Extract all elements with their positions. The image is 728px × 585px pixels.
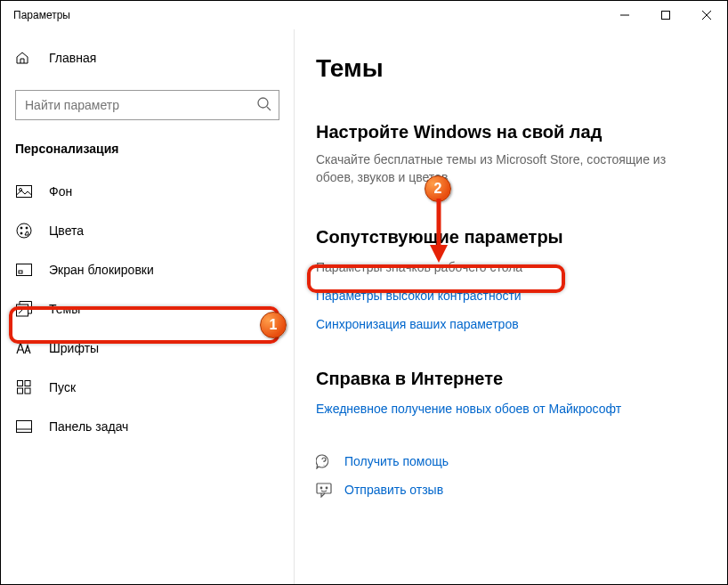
sidebar-item-label: Пуск: [49, 380, 76, 394]
svg-rect-19: [17, 421, 32, 433]
svg-rect-16: [25, 381, 30, 386]
home-icon: [15, 51, 33, 65]
svg-point-10: [26, 227, 28, 229]
palette-icon: [15, 223, 33, 239]
close-button[interactable]: [686, 1, 727, 29]
window-title: Параметры: [13, 9, 70, 21]
feedback-icon: [316, 482, 334, 498]
customize-subtext: Скачайте бесплатные темы из Microsoft St…: [316, 151, 690, 186]
svg-line-5: [267, 107, 271, 110]
themes-icon: [15, 301, 33, 317]
footer-links: Получить помощь Отправить отзыв: [316, 453, 704, 498]
link-sync-settings[interactable]: Синхронизация ваших параметров: [316, 317, 704, 331]
svg-point-22: [320, 487, 322, 489]
related-heading: Сопутствующие параметры: [316, 227, 704, 248]
start-icon: [15, 380, 33, 394]
sidebar-item-label: Шрифты: [49, 341, 99, 355]
sidebar-item-colors[interactable]: Цвета: [1, 211, 294, 250]
help-heading: Справка в Интернете: [316, 369, 704, 389]
svg-point-4: [258, 98, 268, 108]
taskbar-icon: [15, 420, 33, 433]
get-help-label: Получить помощь: [344, 454, 449, 468]
sidebar-item-themes[interactable]: Темы: [1, 289, 294, 329]
search-icon: [256, 96, 272, 112]
svg-point-11: [20, 232, 22, 234]
home-link[interactable]: Главная: [1, 40, 294, 76]
svg-rect-1: [662, 12, 670, 20]
svg-point-23: [326, 487, 328, 489]
svg-rect-12: [17, 264, 32, 276]
search-input[interactable]: [15, 90, 279, 120]
sidebar-item-label: Фон: [49, 184, 72, 199]
svg-rect-17: [18, 388, 23, 394]
picture-icon: [15, 185, 33, 198]
window-controls: [604, 1, 727, 29]
sidebar-item-label: Цвета: [49, 223, 84, 238]
sidebar-item-label: Панель задач: [49, 419, 128, 434]
sidebar-item-start[interactable]: Пуск: [1, 368, 294, 407]
get-help-link[interactable]: Получить помощь: [316, 453, 704, 469]
svg-point-8: [17, 223, 31, 238]
maximize-button[interactable]: [645, 1, 686, 29]
home-label: Главная: [49, 51, 96, 65]
svg-point-9: [20, 227, 22, 229]
sidebar-item-label: Экран блокировки: [49, 263, 154, 277]
category-heading: Персонализация: [1, 142, 294, 172]
search-container: [15, 90, 279, 120]
minimize-button[interactable]: [604, 1, 645, 29]
link-daily-wallpapers[interactable]: Ежедневное получение новых обоев от Майк…: [316, 402, 704, 416]
page-title: Темы: [316, 54, 704, 83]
help-icon: [316, 453, 334, 469]
feedback-link[interactable]: Отправить отзыв: [316, 482, 704, 498]
svg-rect-13: [19, 271, 22, 273]
sidebar-item-background[interactable]: Фон: [1, 172, 294, 211]
customize-heading: Настройте Windows на свой лад: [316, 122, 704, 142]
svg-rect-6: [17, 186, 32, 198]
sidebar: Главная Персонализация Фон Цвета Экран б…: [1, 29, 295, 584]
svg-rect-15: [18, 381, 23, 386]
link-desktop-icons[interactable]: Параметры значков рабочего стола: [316, 260, 704, 274]
fonts-icon: [15, 342, 33, 354]
lockscreen-icon: [15, 264, 33, 276]
svg-rect-18: [25, 388, 30, 394]
sidebar-item-fonts[interactable]: Шрифты: [1, 329, 294, 368]
feedback-label: Отправить отзыв: [344, 483, 443, 497]
sidebar-item-taskbar[interactable]: Панель задач: [1, 407, 294, 446]
sidebar-item-lockscreen[interactable]: Экран блокировки: [1, 250, 294, 289]
sidebar-item-label: Темы: [49, 302, 80, 316]
main-content: Темы Настройте Windows на свой лад Скача…: [295, 29, 727, 584]
link-high-contrast[interactable]: Параметры высокой контрастности: [316, 288, 704, 303]
